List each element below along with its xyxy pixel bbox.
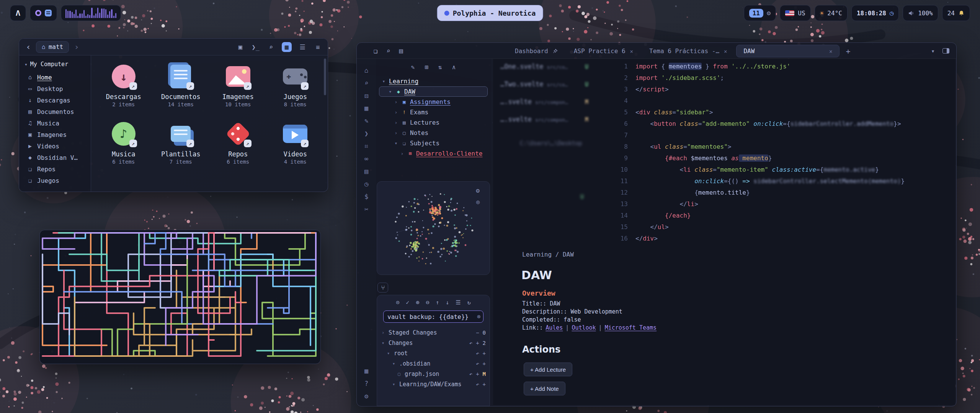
tree-item-daw[interactable]: ▾◆DAW — [379, 86, 488, 97]
chevron-down-icon[interactable]: ▾ — [392, 382, 397, 387]
folder-item[interactable]: ♪↗Musica6 items — [95, 116, 152, 173]
new-note-icon[interactable]: ✎ — [411, 63, 415, 71]
chevron-down-icon[interactable]: ▾ — [382, 340, 386, 346]
folder-item[interactable]: ↗Repos6 items — [209, 116, 267, 173]
home-icon[interactable]: ⌂ — [364, 67, 368, 74]
sidebar-item-documentos[interactable]: ▤Documentos — [19, 106, 91, 117]
discard-icon[interactable]: ↶ — [469, 340, 472, 346]
new-folder-icon[interactable]: ⊞ — [425, 63, 428, 71]
folder-item[interactable]: ↓↗Descargas2 items — [95, 59, 152, 116]
new-tab-button[interactable]: + — [842, 45, 854, 57]
folder-item[interactable]: ↗Documentos14 items — [152, 59, 210, 116]
bookmarks-pane-icon[interactable]: ▤ — [399, 47, 403, 55]
add-note-button[interactable]: + Add Note — [524, 382, 565, 395]
stage-icon[interactable]: + — [483, 350, 486, 356]
git-panel-tab[interactable]: ⑂ — [377, 283, 388, 293]
notifications-widget[interactable]: 24 — [942, 5, 970, 21]
notes-widget-icon[interactable] — [45, 10, 52, 16]
now-playing-widget[interactable]: Polyphia - Neurotica — [437, 5, 543, 21]
sidebar-item-imagenes[interactable]: ▣Imagenes — [19, 129, 91, 140]
external-link-outlook[interactable]: Outlook — [572, 324, 596, 331]
list-view-icon[interactable]: ☰ — [298, 43, 307, 51]
stage-icon[interactable]: + — [483, 361, 486, 367]
chevron-down-icon[interactable]: ▾ — [394, 140, 399, 146]
collapse-all-icon[interactable]: ∧ — [452, 63, 456, 71]
location-tab[interactable]: ⌂ matt — [36, 41, 69, 53]
files-pane-icon[interactable]: ❏ — [374, 47, 377, 55]
scrollbar[interactable] — [324, 59, 326, 95]
discard-icon[interactable]: ↶ — [469, 371, 472, 377]
chevron-down-icon[interactable]: ▾ — [387, 351, 392, 356]
chevron-right-icon[interactable]: › — [394, 130, 399, 136]
git-row-graph-json[interactable]: ▢graph.json↶+M — [381, 369, 486, 379]
tab-list-chevron-icon[interactable]: ▾ — [931, 47, 935, 55]
git-row-staged-changes[interactable]: ›Staged Changes−0 — [381, 327, 486, 338]
sidebar-item-descargas[interactable]: ↓Descargas — [19, 94, 91, 106]
sync-icon[interactable]: ∞ — [364, 155, 368, 163]
external-link-aules[interactable]: Aules — [546, 324, 563, 331]
power-menu-icon[interactable] — [35, 10, 41, 16]
chevron-right-icon[interactable]: › — [394, 109, 399, 115]
git-row-root[interactable]: ▾root↶+ — [381, 348, 486, 358]
dice-icon[interactable]: ⚄ — [364, 92, 368, 99]
stage-icon[interactable]: + — [476, 340, 479, 346]
sidebar-item-obsidianv[interactable]: ◆Obsidian V… — [19, 152, 91, 163]
pull-icon[interactable]: ↓ — [446, 299, 449, 306]
sidebar-item-videos[interactable]: ▶Videos — [19, 140, 91, 152]
commit-icon[interactable]: ✓ — [406, 299, 409, 306]
chevron-down-icon[interactable]: ▾ — [381, 78, 386, 84]
unstage-all-icon[interactable]: ⊖ — [426, 299, 429, 306]
launcher-button[interactable]: Λ — [10, 5, 26, 21]
workspaces-widget[interactable]: 11 ⚙ — [744, 5, 776, 21]
tree-item-subjects[interactable]: ▾❏Subjects — [379, 138, 488, 148]
discard-icon[interactable]: ↶ — [476, 381, 479, 387]
tree-item-assignments[interactable]: ›▣Assignments — [379, 97, 488, 107]
close-tab-icon[interactable]: ✕ — [829, 48, 832, 54]
add-lecture-button[interactable]: + Add Lecture — [524, 363, 572, 376]
graph-icon[interactable]: ⌗ — [364, 142, 368, 150]
git-row-changes[interactable]: ▾Changes↶+2 — [381, 338, 486, 348]
menu-icon[interactable]: ≡ — [313, 43, 322, 51]
git-row-learning-daw-exams[interactable]: ▾Learning/DAW/Exams↶+ — [381, 379, 486, 389]
discard-icon[interactable]: ↶ — [476, 361, 479, 367]
snippets-icon[interactable]: ✂ — [364, 205, 368, 213]
search-icon[interactable]: ⌕ — [364, 79, 368, 87]
grid-view-icon[interactable]: ▦ — [282, 42, 292, 52]
chevron-right-icon[interactable]: › — [394, 99, 399, 105]
sort-icon[interactable]: ⇅ — [438, 63, 442, 71]
sidebar-item-musica[interactable]: ♫Musica — [19, 117, 91, 129]
layout-icon[interactable] — [942, 48, 949, 54]
unstage-icon[interactable]: − — [476, 330, 479, 336]
stage-all-icon[interactable]: ⊕ — [416, 299, 419, 306]
refresh-icon[interactable]: ↻ — [467, 299, 471, 306]
sidebar-item-repos[interactable]: ❏Repos — [19, 163, 91, 175]
backup-icon[interactable]: ⊙ — [396, 299, 399, 306]
chevron-right-icon[interactable]: › — [394, 120, 399, 125]
discard-icon[interactable]: ↶ — [476, 350, 479, 356]
chevron-down-icon[interactable]: ▾ — [388, 89, 393, 94]
folder-item[interactable]: ↗Imagenes10 items — [209, 59, 267, 116]
weather-widget[interactable]: ☀ 24°C — [815, 5, 848, 21]
vault-switcher-icon[interactable]: ▦ — [364, 367, 368, 375]
keyboard-layout-widget[interactable]: US — [780, 5, 810, 21]
commit-message-input[interactable] — [383, 311, 483, 323]
help-icon[interactable]: ? — [364, 380, 368, 387]
quick-widgets[interactable] — [30, 5, 57, 21]
sidebar-item-juegos[interactable]: ❏Juegos — [19, 175, 91, 186]
open-terminal-icon[interactable]: ❯_ — [251, 43, 260, 51]
sidebar-item-desktop[interactable]: ▭Desktop — [19, 83, 91, 94]
tab-tema-6-pr-cticas-[interactable]: Tema 6 Prácticas -…✕ — [642, 45, 734, 57]
graph-focus-icon[interactable]: ◎ — [476, 198, 480, 205]
clock-icon[interactable]: ◷ — [364, 180, 368, 188]
push-icon[interactable]: ↑ — [436, 299, 439, 306]
chevron-right-icon[interactable]: › — [382, 330, 386, 335]
close-tab-icon[interactable]: ✕ — [724, 48, 727, 54]
graph-view[interactable] — [377, 182, 490, 275]
git-row--obsidian[interactable]: ▾.obsidian↶+ — [381, 358, 486, 369]
close-tab-icon[interactable]: ✕ — [630, 48, 633, 54]
tab-dashboard[interactable]: Dashboard — [508, 45, 565, 57]
chevron-right-icon[interactable]: › — [400, 151, 405, 156]
folder-item[interactable]: ↗Plantillas7 items — [152, 116, 210, 173]
stage-icon[interactable]: + — [476, 371, 479, 377]
graph-settings-icon[interactable]: ⚙ — [476, 187, 480, 194]
